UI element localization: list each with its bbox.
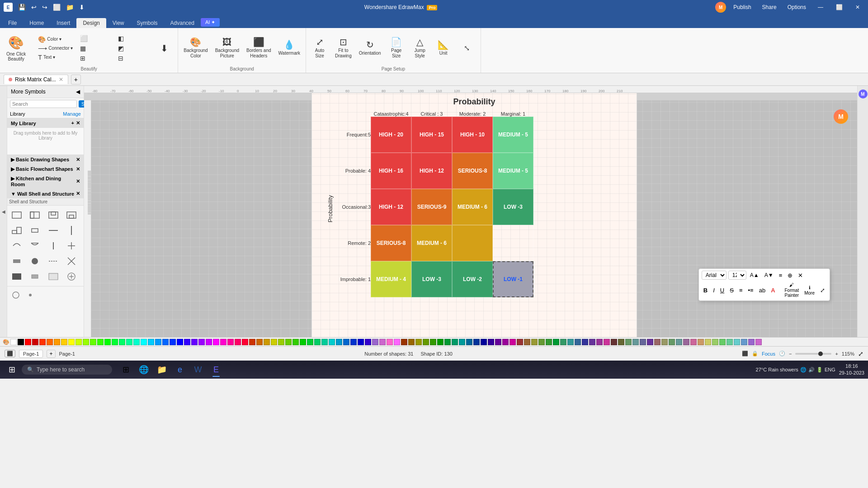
fit-to-drawing-button[interactable]: ⊡ Fit toDrawing <box>332 36 354 61</box>
add-tab-button[interactable]: + <box>71 75 81 84</box>
shape-add[interactable] <box>65 270 78 283</box>
color-swatch[interactable] <box>401 339 407 345</box>
color-swatch[interactable] <box>387 339 393 345</box>
tab-advanced[interactable]: Advanced <box>164 18 201 28</box>
zoom-plus[interactable]: + <box>835 351 838 357</box>
color-swatch[interactable] <box>430 339 436 345</box>
color-swatch[interactable] <box>423 339 429 345</box>
taskbar-word[interactable]: W <box>190 361 206 378</box>
color-swatch[interactable] <box>126 339 132 345</box>
ordered-list-button[interactable]: ≡ <box>737 286 745 295</box>
undo-button[interactable]: ↩ <box>29 2 38 12</box>
shape-line-v[interactable] <box>65 224 78 237</box>
color-swatch[interactable] <box>589 339 595 345</box>
color-swatch[interactable] <box>575 339 581 345</box>
color-swatch[interactable] <box>61 339 67 345</box>
tab-view[interactable]: View <box>106 18 131 28</box>
more-format-button[interactable]: ℹ More <box>802 284 816 296</box>
shape-cross[interactable] <box>65 254 78 268</box>
share-button[interactable]: Share <box>759 2 780 12</box>
cell-2-1[interactable]: SERIOUS-9 <box>411 189 452 225</box>
page-setup-expand[interactable]: ⤡ <box>456 42 478 54</box>
color-swatch[interactable] <box>292 339 299 345</box>
cell-2-0[interactable]: HIGH - 12 <box>371 189 411 225</box>
bg-color-button[interactable]: 🎨 BackgroundColor <box>181 36 210 61</box>
cell-3-1[interactable]: MEDIUM - 6 <box>411 225 452 261</box>
shape-u-shape[interactable] <box>65 208 78 222</box>
color-swatch[interactable] <box>524 339 530 345</box>
borders-button[interactable]: ⬛ Borders andHeaders <box>244 36 274 61</box>
close-kitchen[interactable]: ✕ <box>76 178 80 184</box>
color-swatch[interactable] <box>473 339 480 345</box>
color-swatch[interactable] <box>481 339 487 345</box>
color-swatch[interactable] <box>669 339 675 345</box>
color-swatch[interactable] <box>647 339 653 345</box>
more-qa-button[interactable]: ⬇ <box>77 2 86 12</box>
color-swatch[interactable] <box>690 339 697 345</box>
font-name-select[interactable]: Arial <box>702 271 726 280</box>
style-btn2[interactable]: ▦ <box>77 44 113 52</box>
add-library-icon[interactable]: + <box>71 120 74 126</box>
unit-button[interactable]: 📐 Unit <box>433 38 454 58</box>
bold-button[interactable]: B <box>702 286 709 295</box>
cell-1-1[interactable]: HIGH - 12 <box>411 153 452 189</box>
decrease-font-button[interactable]: A▼ <box>763 271 775 279</box>
cell-3-0[interactable]: SERIOUS-8 <box>371 225 411 261</box>
shape-circle-filled[interactable] <box>28 254 42 268</box>
user-avatar[interactable]: M <box>715 2 726 13</box>
color-swatch[interactable] <box>372 339 378 345</box>
color-swatch[interactable] <box>321 339 328 345</box>
color-swatch[interactable] <box>170 339 176 345</box>
shape-gray-rect[interactable] <box>28 270 42 283</box>
one-click-beautify-button[interactable]: 🎨 One ClickBeautify <box>3 33 29 63</box>
basic-flowchart-section[interactable]: ▶ Basic Flowchart Shapes ✕ <box>7 164 84 174</box>
focus-label[interactable]: Focus <box>762 351 775 357</box>
color-swatch[interactable] <box>198 339 205 345</box>
style-btn6[interactable]: ⊟ <box>115 54 151 62</box>
color-swatch[interactable] <box>213 339 219 345</box>
cell-4-0[interactable]: MEDIUM - 4 <box>371 261 411 297</box>
taskbar-search[interactable]: 🔍 Type here to search <box>22 365 112 375</box>
shape-corner[interactable] <box>10 224 24 237</box>
color-swatch[interactable] <box>654 339 660 345</box>
color-swatch[interactable] <box>509 339 516 345</box>
shape-vert-line[interactable] <box>47 239 60 253</box>
zoom-minus[interactable]: − <box>789 351 792 357</box>
page-indicator[interactable]: ⬛ <box>5 350 15 357</box>
color-swatch[interactable] <box>488 339 494 345</box>
color-swatch[interactable] <box>336 339 342 345</box>
color-swatch[interactable] <box>329 339 335 345</box>
color-swatch[interactable] <box>582 339 588 345</box>
color-swatch[interactable] <box>155 339 161 345</box>
color-swatch[interactable] <box>39 339 46 345</box>
expand-button[interactable]: ⤢ <box>818 286 827 295</box>
cell-0-2[interactable]: HIGH - 10 <box>452 117 493 153</box>
tab-file[interactable]: File <box>2 18 23 28</box>
search-input[interactable] <box>10 100 77 108</box>
options-button[interactable]: Options <box>784 2 810 12</box>
start-button[interactable]: ⊞ <box>4 361 20 378</box>
color-swatch[interactable] <box>466 339 472 345</box>
color-swatch[interactable] <box>343 339 349 345</box>
color-swatch[interactable] <box>415 339 422 345</box>
color-swatch[interactable] <box>162 339 169 345</box>
color-swatch[interactable] <box>553 339 559 345</box>
color-swatch[interactable] <box>596 339 603 345</box>
color-swatch[interactable] <box>314 339 321 345</box>
color-swatch[interactable] <box>365 339 371 345</box>
color-swatch[interactable] <box>748 339 755 345</box>
page-canvas[interactable]: Probability Probability Cataastrophic:4 … <box>311 93 637 337</box>
color-swatch[interactable] <box>83 339 89 345</box>
underline-button[interactable]: U <box>718 286 726 295</box>
color-swatch[interactable] <box>683 339 689 345</box>
color-swatch[interactable] <box>104 339 111 345</box>
color-swatch[interactable] <box>235 339 241 345</box>
shape-small-rect[interactable] <box>28 224 42 237</box>
color-swatch[interactable] <box>278 339 284 345</box>
minimize-button[interactable]: — <box>813 2 828 12</box>
sidebar-collapse-button[interactable]: ◀ <box>0 86 7 337</box>
text-button[interactable]: T Text ▾ <box>35 53 75 61</box>
style-btn3[interactable]: ⊞ <box>77 54 113 62</box>
kitchen-section[interactable]: ▶ Kitchen and Dining Room ✕ <box>7 174 84 189</box>
increase-font-button[interactable]: A▲ <box>748 271 761 279</box>
